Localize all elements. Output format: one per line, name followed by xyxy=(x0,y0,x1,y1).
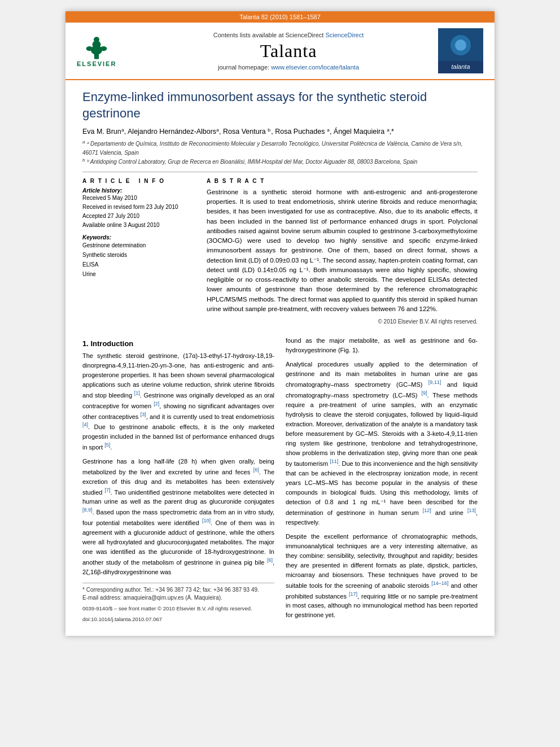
keywords-block: Keywords: Gestrinone determination Synth… xyxy=(82,234,195,279)
received-revised-date: Received in revised form 23 July 2010 xyxy=(82,203,195,212)
keyword-3: ELISA xyxy=(82,260,195,269)
abstract-heading: A B S T R A C T xyxy=(207,178,478,184)
header-divider xyxy=(82,172,478,172)
main-left-column: 1. Introduction The synthetic steroid ge… xyxy=(82,336,274,624)
svg-point-6 xyxy=(100,46,107,51)
available-online-date: Available online 3 August 2010 xyxy=(82,221,195,230)
article-title: Enzyme-linked immunosorbent assays for t… xyxy=(82,89,478,121)
keyword-1: Gestrinone determination xyxy=(82,241,195,250)
intro-paragraph-1: The synthetic steroid gestrinone, (17α)-… xyxy=(82,351,274,452)
footnote-corresponding: * Corresponding author. Tel.: +34 96 387… xyxy=(82,587,274,593)
right-paragraph-3: Despite the excellent performance of chr… xyxy=(286,532,478,621)
article-info-column: A R T I C L E I N F O Article history: R… xyxy=(82,178,195,325)
authors-line: Eva M. Brunᵃ, Alejandro Hernández-Albors… xyxy=(82,127,478,136)
journal-homepage-line: journal homepage: www.elsevier.com/locat… xyxy=(145,64,432,71)
main-right-column: found as the major metabolite, as well a… xyxy=(286,336,478,624)
article-info-abstract-row: A R T I C L E I N F O Article history: R… xyxy=(82,178,478,325)
svg-point-9 xyxy=(455,40,466,51)
article-history-block: Article history: Received 5 May 2010 Rec… xyxy=(82,187,195,230)
svg-point-5 xyxy=(86,46,93,51)
keyword-2: Synthetic steroids xyxy=(82,250,195,260)
contents-available-line: Contents lists available at ScienceDirec… xyxy=(145,32,432,38)
svg-point-3 xyxy=(94,37,99,42)
elsevier-logo: ELSEVIER xyxy=(77,32,116,67)
svg-text:talanta: talanta xyxy=(451,63,470,70)
footnote-email: E-mail address: amaquieira@qim.upv.es (Á… xyxy=(82,595,274,601)
footnote-area: * Corresponding author. Tel.: +34 96 387… xyxy=(82,583,274,622)
abstract-column: A B S T R A C T Gestrinone is a syntheti… xyxy=(207,178,478,325)
keyword-4: Urine xyxy=(82,269,195,279)
received-date: Received 5 May 2010 xyxy=(82,194,195,203)
journal-citation: Talanta 82 (2010) 1581–1587 xyxy=(239,14,321,20)
copyright-line: © 2010 Elsevier B.V. All rights reserved… xyxy=(207,318,478,325)
right-paragraph-2: Analytical procedures usually applied to… xyxy=(286,360,478,527)
journal-main-title: Talanta xyxy=(145,41,432,62)
journal-homepage-link[interactable]: www.elsevier.com/locate/talanta xyxy=(271,64,359,71)
talanta-cover-image: talanta xyxy=(438,28,483,73)
journal-header: ELSEVIER Contents lists available at Sci… xyxy=(65,23,495,80)
article-info-heading: A R T I C L E I N F O xyxy=(82,178,195,184)
publisher-logo-area: ELSEVIER xyxy=(77,32,145,69)
affiliation-a: a ᵃ Departamento de Química, Instituto d… xyxy=(82,139,478,156)
journal-logo-box-area: talanta xyxy=(432,28,483,73)
main-content-area: 1. Introduction The synthetic steroid ge… xyxy=(65,336,495,636)
footnote-doi: doi:10.1016/j.talanta.2010.07.067 xyxy=(82,616,274,622)
talanta-logo-box: talanta xyxy=(438,28,483,73)
intro-paragraph-2: Gestrinone has a long half-life (28 h) w… xyxy=(82,457,274,577)
main-two-column: 1. Introduction The synthetic steroid ge… xyxy=(82,336,478,624)
article-header-section: Enzyme-linked immunosorbent assays for t… xyxy=(65,80,495,336)
elsevier-label: ELSEVIER xyxy=(77,60,116,67)
history-label: Article history: xyxy=(82,187,195,194)
introduction-heading: 1. Introduction xyxy=(82,339,274,348)
right-paragraph-1: found as the major metabolite, as well a… xyxy=(286,336,478,355)
journal-citation-bar: Talanta 82 (2010) 1581–1587 xyxy=(65,11,495,23)
elsevier-tree-icon xyxy=(80,32,113,60)
sciencedirect-link[interactable]: ScienceDirect xyxy=(325,32,364,38)
footnote-issn: 0039-9140/$ – see front matter © 2010 El… xyxy=(82,605,274,611)
affiliation-b: b ᵇ Antidoping Control Laboratory, Grup … xyxy=(82,157,478,166)
accepted-date: Accepted 27 July 2010 xyxy=(82,212,195,221)
affiliations: a ᵃ Departamento de Química, Instituto d… xyxy=(82,139,478,166)
journal-title-area: Contents lists available at ScienceDirec… xyxy=(145,32,432,71)
abstract-text: Gestrinone is a synthetic steroid hormon… xyxy=(207,187,478,314)
keywords-label: Keywords: xyxy=(82,234,195,241)
